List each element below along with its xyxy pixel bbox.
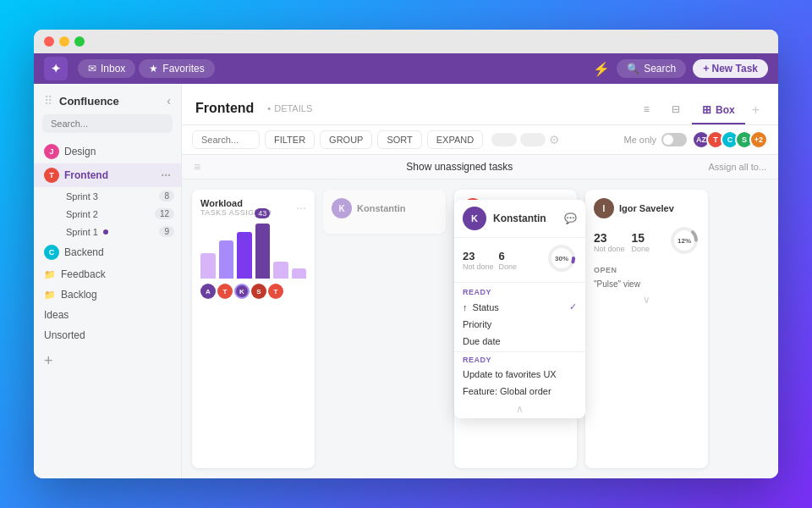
popup-menu-status[interactable]: ↑ Status ✓ — [454, 298, 585, 316]
sidebar-add-button[interactable]: + — [34, 345, 181, 377]
sidebar-header: ⠿ Confluence ‹ — [34, 84, 181, 114]
bar-chart-wrap: 43 — [200, 224, 306, 279]
close-dot[interactable] — [44, 36, 54, 47]
igor-done: 15 Done — [632, 231, 650, 253]
bolt-icon[interactable]: ⚡ — [593, 61, 610, 77]
bar-value: 43 — [255, 208, 270, 218]
sidebar-item-sprint3[interactable]: Sprint 3 8 — [59, 187, 181, 205]
expand-label: EXPAND — [436, 135, 474, 145]
titlebar — [34, 30, 778, 53]
toolbar-search-input[interactable] — [192, 130, 260, 149]
feedback-folder-icon: 📁 — [44, 269, 56, 280]
sort-label: SORT — [387, 135, 412, 145]
me-only-label: Me only — [623, 135, 656, 145]
filter-button[interactable]: FILTER — [265, 130, 315, 149]
ideas-label: Ideas — [44, 309, 69, 321]
content: Frontend • DETAILS ≡ ⊟ ⊞ Box — [182, 84, 778, 478]
popup-avatar-letter: K — [471, 213, 478, 224]
app-logo[interactable]: ✦ — [44, 57, 68, 80]
igor-donut-svg: 12% — [669, 225, 700, 256]
popup-task-1-label: Update to favorites UX — [463, 369, 557, 379]
tab-box[interactable]: ⊞ Box — [692, 97, 745, 124]
bar-3 — [237, 232, 252, 279]
popup-task-1[interactable]: Update to favorites UX — [454, 366, 585, 383]
group-label: GROUP — [329, 135, 363, 145]
group-button[interactable]: GROUP — [320, 130, 372, 149]
tab-board2[interactable]: ⊟ — [661, 97, 690, 124]
content-tabs: ≡ ⊟ ⊞ Box + — [634, 96, 765, 124]
popup-header: K Konstantin 💬 — [454, 200, 585, 238]
popup-task-2-label: Feature: Global order — [463, 386, 551, 396]
sidebar-item-design[interactable]: J Design — [34, 140, 181, 163]
me-only-toggle[interactable] — [661, 133, 687, 146]
collapse-icon[interactable]: ‹ — [167, 94, 171, 108]
chart-av-5: T — [268, 284, 283, 299]
feedback-label: Feedback — [61, 268, 106, 280]
sidebar-item-backlog[interactable]: 📁 Backlog — [34, 284, 181, 305]
details-label: DETAILS — [274, 103, 312, 113]
sidebar-item-feedback[interactable]: 📁 Feedback — [34, 264, 181, 284]
favorites-label: Favorites — [162, 63, 204, 75]
igor-done-num: 15 — [632, 231, 650, 245]
popup-status-label: ↑ Status — [463, 302, 499, 312]
inbox-button[interactable]: ✉ Inbox — [78, 59, 135, 78]
tab-add-button[interactable]: + — [747, 96, 765, 124]
bar-2 — [219, 240, 234, 279]
sidebar-item-sprint1[interactable]: Sprint 1 9 — [59, 223, 181, 240]
toggle-2[interactable] — [520, 133, 546, 146]
popup-notdone-num: 23 — [463, 250, 494, 262]
board2-icon: ⊟ — [672, 103, 680, 115]
maximize-dot[interactable] — [74, 36, 85, 47]
search-button[interactable]: 🔍 Search — [617, 59, 686, 78]
av-more: +2 — [749, 130, 768, 149]
popup-chat-icon[interactable]: 💬 — [564, 213, 577, 224]
inbox-label: Inbox — [101, 63, 125, 75]
settings-icon[interactable]: ⚙ — [549, 133, 560, 146]
igor-notdone-lbl: Not done — [594, 245, 625, 253]
popup-avatar: K — [463, 207, 486, 230]
popup-menu-priority[interactable]: Priority — [454, 316, 585, 333]
expand-button[interactable]: EXPAND — [427, 130, 483, 149]
popup-done-num: 6 — [499, 250, 518, 262]
workload-header: Workload TASKS ASSIGNED ··· — [200, 198, 306, 217]
popup-task-2[interactable]: Feature: Global order — [454, 383, 585, 400]
grid-icon: ⠿ — [44, 94, 52, 108]
popup-stats: 23 Not done 6 Done — [454, 238, 585, 283]
favorites-button[interactable]: ★ Favorites — [139, 59, 214, 78]
igor-status-section: OPEN "Pulse" view ∨ — [594, 266, 700, 306]
content-details[interactable]: • DETAILS — [267, 103, 312, 113]
backend-avatar: C — [44, 245, 59, 260]
popup-menu-duedate[interactable]: Due date — [454, 333, 585, 350]
new-task-button[interactable]: + New Task — [693, 59, 768, 78]
sidebar-item-ideas[interactable]: Ideas — [34, 305, 181, 325]
sidebar-item-backend[interactable]: C Backend — [34, 240, 181, 264]
tab-list[interactable]: ≡ — [634, 97, 660, 124]
chart-av-4: S — [251, 284, 266, 299]
igor-donut: 12% — [669, 225, 700, 259]
chart-av-3: K — [234, 284, 250, 299]
sidebar-item-frontend[interactable]: T Frontend ··· — [34, 163, 181, 187]
konstantin-card-bg: K Konstantin — [323, 190, 446, 234]
sidebar-item-sprint2[interactable]: Sprint 2 12 — [59, 205, 181, 223]
igor-avatar-inner: I — [594, 198, 614, 218]
assign-all-button[interactable]: Assign all to... — [709, 162, 766, 172]
workload-card: Workload TASKS ASSIGNED ··· 43 — [192, 190, 315, 468]
frontend-more-icon[interactable]: ··· — [161, 168, 171, 182]
popup-chevron-up[interactable]: ∧ — [454, 400, 585, 418]
sidebar-search-input[interactable] — [42, 114, 173, 133]
sort-dropdown: K Konstantin 💬 23 Not done — [454, 200, 585, 418]
minimize-dot[interactable] — [59, 36, 69, 47]
igor-notdone: 23 Not done — [594, 231, 625, 253]
sort-button[interactable]: SORT — [377, 130, 421, 149]
toggle-1[interactable] — [491, 133, 517, 146]
sidebar-item-unsorted[interactable]: Unsorted — [34, 325, 181, 345]
popup-donut: 30% — [546, 243, 577, 277]
popup-notdone-lbl: Not done — [463, 262, 494, 271]
workload-more-icon[interactable]: ··· — [296, 201, 306, 214]
igor-chevron[interactable]: ∨ — [594, 294, 700, 306]
workload-title: Workload — [200, 198, 272, 208]
sprint2-badge: 12 — [155, 208, 174, 219]
toolbar-right: Me only AZ T C S +2 — [623, 130, 768, 149]
topnav: ✦ ✉ Inbox ★ Favorites ⚡ 🔍 Search + New T… — [34, 53, 778, 84]
igor-notdone-num: 23 — [594, 231, 625, 245]
